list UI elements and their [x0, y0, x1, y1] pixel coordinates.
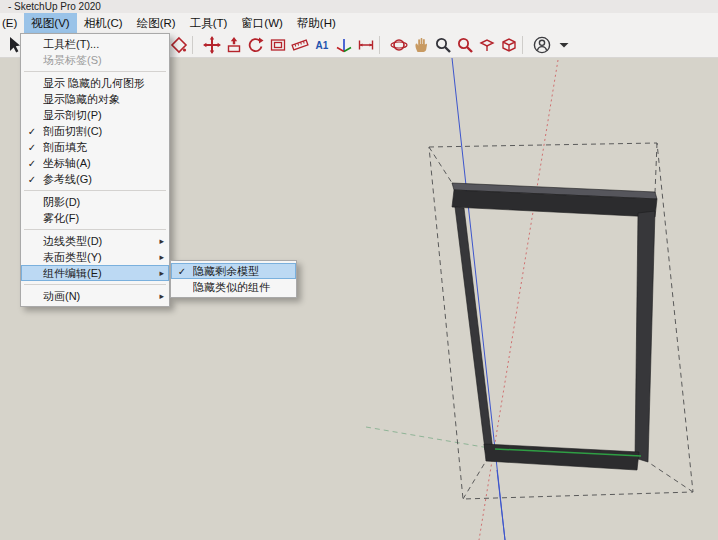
- window-title: - SketchUp Pro 2020: [8, 1, 101, 12]
- menubar-item-help[interactable]: 帮助(H): [290, 13, 343, 33]
- person-icon: [533, 36, 551, 54]
- move-tool-button[interactable]: [201, 34, 223, 56]
- menu-item-label: 雾化(F): [43, 211, 155, 226]
- menu-separator: [21, 68, 169, 75]
- zoom-tool-button[interactable]: [432, 34, 454, 56]
- menu-item-label: 表面类型(Y): [43, 250, 155, 265]
- menubar-item-edit[interactable]: (E): [0, 13, 24, 33]
- submenu-item-hide-rest-of-model[interactable]: ✓ 隐藏剩余模型: [171, 263, 296, 279]
- menu-item-scene-tabs: 场景标签(S): [21, 52, 169, 68]
- rotate-tool-button[interactable]: [245, 34, 267, 56]
- submenu-arrow-icon: ▸: [155, 268, 169, 278]
- menu-item-label: 显示 隐藏的几何图形: [43, 76, 155, 91]
- menu-separator: [21, 281, 169, 288]
- menu-item-section-planes[interactable]: 显示剖切(P): [21, 107, 169, 123]
- submenu-arrow-icon: ▸: [155, 291, 169, 301]
- zoom-extents-icon: [456, 36, 474, 54]
- check-icon: ✓: [21, 126, 43, 137]
- menu-item-label: 组件编辑(E): [43, 266, 155, 281]
- menubar-item-view[interactable]: 视图(V): [24, 13, 76, 33]
- styles-box-icon: [500, 36, 518, 54]
- check-icon: ✓: [21, 174, 43, 185]
- menu-item-label: 阴影(D): [43, 195, 155, 210]
- component-edit-submenu: ✓ 隐藏剩余模型 隐藏类似的组件: [170, 260, 297, 298]
- menu-item-section-fill[interactable]: ✓ 剖面填充: [21, 139, 169, 155]
- menu-bar: (E) 视图(V) 相机(C) 绘图(R) 工具(T) 窗口(W) 帮助(H): [0, 13, 718, 33]
- menu-item-animation[interactable]: 动画(N) ▸: [21, 288, 169, 304]
- menu-item-hidden-geometry[interactable]: 显示 隐藏的几何图形: [21, 75, 169, 91]
- caret-down-icon: [555, 36, 573, 54]
- menu-item-label: 隐藏类似的组件: [193, 280, 296, 295]
- hand-icon: [412, 36, 430, 54]
- menu-item-shadows[interactable]: 阴影(D): [21, 194, 169, 210]
- dimension-tool-button[interactable]: [355, 34, 377, 56]
- menu-separator: [21, 187, 169, 194]
- dimension-icon: [357, 36, 375, 54]
- menu-item-label: 工具栏(T)...: [43, 37, 155, 52]
- text-a1-icon: A1: [313, 36, 331, 54]
- offset-icon: [269, 36, 287, 54]
- menu-item-fog[interactable]: 雾化(F): [21, 210, 169, 226]
- zoom-extents-tool-button[interactable]: [454, 34, 476, 56]
- menu-item-section-cuts[interactable]: ✓ 剖面切割(C): [21, 123, 169, 139]
- menu-item-component-edit[interactable]: 组件编辑(E) ▸: [21, 265, 169, 281]
- menubar-item-tools[interactable]: 工具(T): [183, 13, 235, 33]
- rotate-icon: [247, 36, 265, 54]
- styles-tool-button[interactable]: [498, 34, 520, 56]
- paint-bucket-icon: [170, 36, 188, 54]
- check-icon: ✓: [21, 158, 43, 169]
- menu-item-label: 显示隐藏的对象: [43, 92, 155, 107]
- menu-item-toolbars[interactable]: 工具栏(T)...: [21, 36, 169, 52]
- magnifier-icon: [434, 36, 452, 54]
- menu-item-label: 参考线(G): [43, 172, 155, 187]
- menu-item-face-style[interactable]: 表面类型(Y) ▸: [21, 249, 169, 265]
- menubar-item-draw[interactable]: 绘图(R): [130, 13, 183, 33]
- menu-item-label: 隐藏剩余模型: [193, 264, 296, 279]
- menu-item-label: 边线类型(D): [43, 234, 155, 249]
- orbit-icon: [390, 36, 408, 54]
- toolbar-options-caret[interactable]: [553, 34, 575, 56]
- toolbar-separator: [522, 36, 529, 54]
- section-plane-icon: [478, 36, 496, 54]
- text-tool-button[interactable]: A1: [311, 34, 333, 56]
- offset-tool-button[interactable]: [267, 34, 289, 56]
- check-icon: ✓: [171, 266, 193, 277]
- menu-item-label: 剖面填充: [43, 140, 155, 155]
- move-cross-icon: [203, 36, 221, 54]
- submenu-arrow-icon: ▸: [155, 236, 169, 246]
- menu-item-edge-style[interactable]: 边线类型(D) ▸: [21, 233, 169, 249]
- menu-item-label: 剖面切割(C): [43, 124, 155, 139]
- paint-bucket-tool-button[interactable]: [168, 34, 190, 56]
- menu-item-axes[interactable]: ✓ 坐标轴(A): [21, 155, 169, 171]
- account-button[interactable]: [531, 34, 553, 56]
- axes-icon: [335, 36, 353, 54]
- push-pull-icon: [225, 36, 243, 54]
- menu-item-label: 场景标签(S): [43, 53, 155, 68]
- ruler-icon: [291, 36, 309, 54]
- menubar-item-camera[interactable]: 相机(C): [77, 13, 130, 33]
- section-plane-tool-button[interactable]: [476, 34, 498, 56]
- toolbar-separator: [379, 36, 386, 54]
- check-icon: ✓: [21, 142, 43, 153]
- svg-text:A1: A1: [316, 40, 329, 51]
- menu-separator: [21, 226, 169, 233]
- axes-tool-button[interactable]: [333, 34, 355, 56]
- push-pull-tool-button[interactable]: [223, 34, 245, 56]
- menu-item-hidden-objects[interactable]: 显示隐藏的对象: [21, 91, 169, 107]
- title-bar: - SketchUp Pro 2020: [0, 0, 718, 13]
- view-menu: 工具栏(T)... 场景标签(S) 显示 隐藏的几何图形 显示隐藏的对象 显示剖…: [20, 33, 170, 307]
- menu-item-guides[interactable]: ✓ 参考线(G): [21, 171, 169, 187]
- toolbar-separator: [192, 36, 199, 54]
- menu-item-label: 动画(N): [43, 289, 155, 304]
- pan-tool-button[interactable]: [410, 34, 432, 56]
- submenu-arrow-icon: ▸: [155, 252, 169, 262]
- sketchup-window: - SketchUp Pro 2020 (E) 视图(V) 相机(C) 绘图(R…: [0, 0, 718, 540]
- submenu-item-hide-similar-components[interactable]: 隐藏类似的组件: [171, 279, 296, 295]
- menubar-item-window[interactable]: 窗口(W): [234, 13, 290, 33]
- tape-measure-tool-button[interactable]: [289, 34, 311, 56]
- menu-item-label: 坐标轴(A): [43, 156, 155, 171]
- menu-item-label: 显示剖切(P): [43, 108, 155, 123]
- orbit-tool-button[interactable]: [388, 34, 410, 56]
